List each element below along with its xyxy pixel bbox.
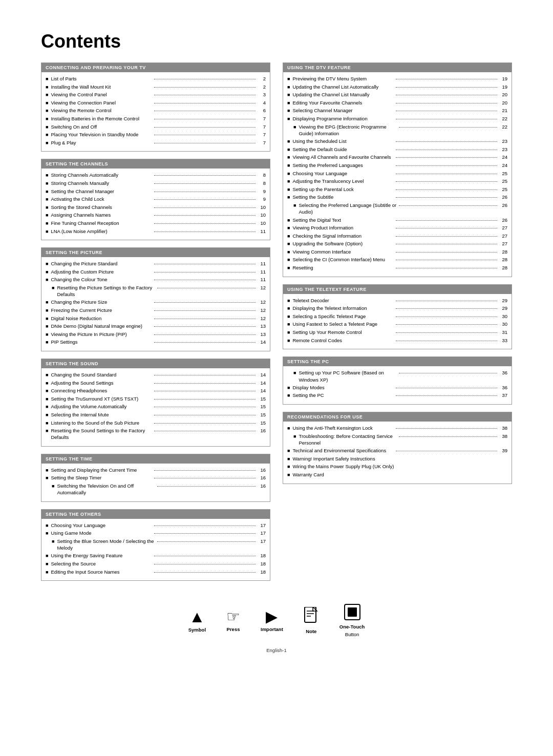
page-number: 12 xyxy=(258,315,266,322)
section-others: SETTING THE OTHERS■Choosing Your Languag… xyxy=(41,509,270,581)
toc-item: ■Setting the Channel Manager9 xyxy=(46,188,266,195)
dot-leader xyxy=(154,172,256,176)
section-channels: SETTING THE CHANNELS■Storing Channels Au… xyxy=(41,159,270,240)
page-number: 27 xyxy=(499,224,507,231)
toc-label: Previewing the DTV Menu System xyxy=(292,75,394,82)
toc-label: Setting the Default Guide xyxy=(292,146,394,153)
bullet-icon: ■ xyxy=(287,186,290,193)
bullet-icon: ■ xyxy=(46,307,48,314)
toc-label: Warranty Card xyxy=(292,471,507,478)
dot-leader xyxy=(396,186,497,190)
page-number: 25 xyxy=(499,170,507,177)
dot-leader xyxy=(396,305,497,309)
toc-item: ■Changing the Picture Size12 xyxy=(46,299,266,306)
toc-label: Editing Your Favourite Channels xyxy=(292,99,394,106)
page-number: 16 xyxy=(258,482,266,489)
symbol-icon: ▲ xyxy=(189,608,205,625)
toc-label: Installing the Wall Mount Kit xyxy=(51,83,152,90)
section-header-picture: SETTING THE PICTURE xyxy=(41,248,270,257)
bullet-icon: ■ xyxy=(287,217,290,224)
toc-label: Checking the Signal Information xyxy=(292,233,394,239)
dot-leader xyxy=(396,99,497,103)
section-header-pc: SETTING THE PC xyxy=(283,357,512,366)
page-number: 16 xyxy=(258,467,266,473)
bullet-icon: ■ xyxy=(46,116,48,122)
page-number: 15 xyxy=(258,403,266,410)
dot-leader xyxy=(154,552,256,556)
page-number: 38 xyxy=(499,425,507,431)
dot-leader xyxy=(396,224,497,228)
toc-label: Viewing the Control Panel xyxy=(51,91,152,98)
bullet-icon: ■ xyxy=(46,530,48,537)
page-number: 14 xyxy=(258,380,266,386)
page-number: 37 xyxy=(499,392,507,398)
section-teletext: USING THE TELETEXT FEATURE■Teletext Deco… xyxy=(283,284,512,350)
toc-label: Displaying Programme Information xyxy=(292,115,394,122)
toc-item: ■Viewing the Connection Panel4 xyxy=(46,99,266,107)
toc-item: ■LNA (Low Noise Amplifier)11 xyxy=(46,228,266,235)
dot-leader xyxy=(154,260,256,264)
bullet-icon: ■ xyxy=(293,370,296,376)
bullet-icon: ■ xyxy=(46,420,48,427)
dot-leader xyxy=(396,256,497,260)
toc-label: Setting the TruSurround XT (SRS TSXT) xyxy=(51,395,152,402)
dot-leader xyxy=(396,233,497,237)
section-body-sound: ■Changing the Sound Standard14■Adjusting… xyxy=(41,368,270,446)
toc-label: Warning! Important Safety Instructions xyxy=(292,455,507,462)
bullet-icon: ■ xyxy=(287,100,290,107)
toc-item: ■Fine Tuning Channel Reception10 xyxy=(46,220,266,227)
dot-leader xyxy=(399,123,497,128)
toc-label: Setting the Channel Manager xyxy=(51,188,152,195)
toc-item: ■Upgrading the Software (Option)27 xyxy=(287,240,507,247)
page-number: 6 xyxy=(258,107,266,114)
legend-label-note: Note xyxy=(306,628,316,634)
toc-item: ■Setting the Subtitle26 xyxy=(287,194,507,201)
bullet-icon: ■ xyxy=(287,146,290,153)
toc-label: Updating the Channel List Automatically xyxy=(292,83,394,90)
dot-leader xyxy=(154,569,256,573)
bullet-icon: ■ xyxy=(287,321,290,328)
toc-item: ■Displaying Programme Information22 xyxy=(287,115,507,122)
page-number: 15 xyxy=(258,419,266,426)
bullet-icon: ■ xyxy=(287,162,290,169)
dot-leader xyxy=(154,188,256,192)
bullet-icon: ■ xyxy=(287,338,290,344)
dot-leader xyxy=(157,482,256,487)
toc-item: ■Setting the Sleep Timer16 xyxy=(46,474,266,481)
bullet-icon: ■ xyxy=(287,456,290,463)
page-number: 16 xyxy=(258,474,266,481)
bullet-icon: ■ xyxy=(46,196,48,203)
dot-leader xyxy=(396,194,497,198)
bullet-icon: ■ xyxy=(46,108,48,114)
toc-label: Changing the Colour Tone xyxy=(51,276,152,283)
toc-item: ■DNIe Demo (Digital Natural Image engine… xyxy=(46,323,266,330)
toc-label: Choosing Your Language xyxy=(51,522,152,529)
dot-leader xyxy=(396,240,497,244)
toc-item: ■Checking the Signal Information27 xyxy=(287,233,507,240)
toc-label: Connecting Hheadphones xyxy=(51,387,152,394)
page-number: 13 xyxy=(258,331,266,338)
toc-label: Resetting the Picture Settings to the Fa… xyxy=(57,284,155,298)
legend-label-symbol: Symbol xyxy=(188,627,206,633)
legend-sublabel-onetouch: Button xyxy=(345,632,359,637)
dot-leader xyxy=(396,154,497,158)
section-body-connecting: ■List of Parts2■Installing the Wall Moun… xyxy=(41,72,270,151)
toc-label: Freezing the Current Picture xyxy=(51,307,152,313)
dot-leader xyxy=(396,138,497,142)
bullet-icon: ■ xyxy=(46,76,48,82)
page-number: 18 xyxy=(258,552,266,559)
toc-label: Digital Noise Reduction xyxy=(51,315,152,322)
toc-item: ■Setting Up Your Remote Control31 xyxy=(287,329,507,336)
dot-leader xyxy=(154,530,256,534)
section-header-channels: SETTING THE CHANNELS xyxy=(41,159,270,169)
bullet-icon: ■ xyxy=(46,269,48,276)
bullet-icon: ■ xyxy=(287,448,290,454)
section-header-dtv: USING THE DTV FEATURE xyxy=(283,63,512,72)
page-number: 14 xyxy=(258,339,266,345)
section-header-connecting: CONNECTING AND PREPARING YOUR TV xyxy=(41,63,270,72)
page-number: 20 xyxy=(499,91,507,98)
toc-item: ■Adjusting the Custom Picture11 xyxy=(46,268,266,276)
toc-item: ■Setting the PC37 xyxy=(287,392,507,399)
bullet-icon: ■ xyxy=(287,178,290,185)
dot-leader xyxy=(399,369,497,373)
